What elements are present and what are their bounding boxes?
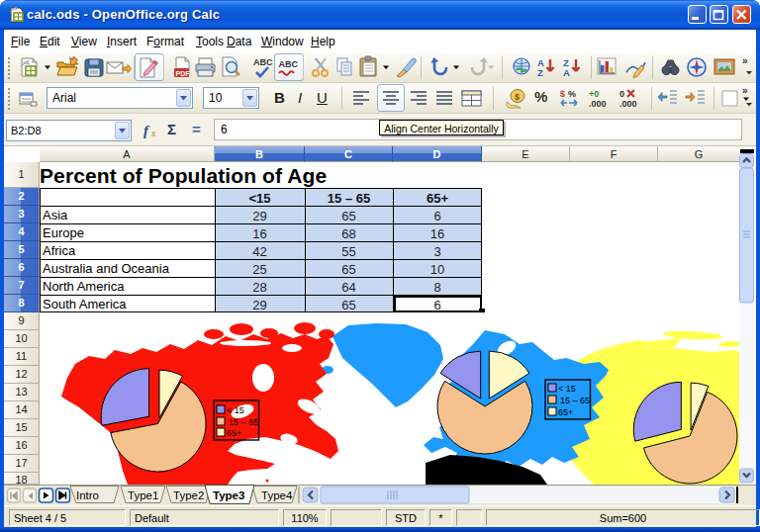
svg-text:%: % [568, 89, 576, 99]
svg-text:15 – 65: 15 – 65 [229, 417, 258, 427]
svg-text:Type3: Type3 [213, 489, 244, 501]
svg-text:f: f [143, 123, 150, 138]
svg-text:.000: .000 [619, 99, 637, 109]
svg-text:Z: Z [537, 67, 543, 78]
svg-text:$: $ [515, 92, 520, 102]
svg-text:15 – 65: 15 – 65 [560, 396, 590, 405]
svg-text:Intro: Intro [76, 489, 99, 501]
svg-text:0: 0 [619, 89, 624, 99]
svg-text:65+: 65+ [227, 428, 241, 438]
svg-text:Type2: Type2 [173, 489, 204, 501]
svg-text:< 15: < 15 [558, 384, 576, 394]
svg-text:A: A [563, 67, 570, 78]
svg-text:< 15: < 15 [227, 405, 244, 415]
svg-text:$: $ [560, 89, 565, 99]
svg-text:.000: .000 [589, 99, 607, 109]
svg-text:ABC: ABC [253, 57, 273, 67]
svg-text:x: x [150, 128, 156, 138]
svg-text:PDF: PDF [176, 70, 191, 77]
svg-text:Type4: Type4 [261, 489, 293, 501]
svg-text:+0: +0 [589, 89, 599, 99]
svg-text:65+: 65+ [558, 407, 573, 417]
svg-text:ABC: ABC [279, 59, 299, 69]
svg-text:Type1: Type1 [128, 489, 158, 501]
